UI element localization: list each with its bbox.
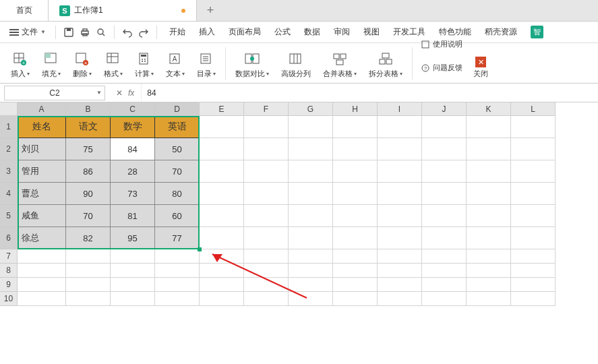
cell-K4[interactable] [467,183,511,205]
menu-数据[interactable]: 数据 [297,22,327,42]
ribbon-close[interactable]: ✕关闭 [468,55,494,80]
cell-A6[interactable]: 徐总 [18,227,66,249]
cell-B7[interactable] [66,249,111,264]
cell-F3[interactable] [244,160,289,183]
row-header-5[interactable]: 5 [0,205,18,227]
cell-D10[interactable] [155,292,200,306]
cell-K8[interactable] [467,264,511,278]
column-header-K[interactable]: K [467,102,511,116]
cell-L3[interactable] [511,160,556,183]
cell-A1[interactable]: 姓名 [18,116,66,138]
select-all-corner[interactable] [0,102,18,116]
cell-C1[interactable]: 数学 [111,116,155,138]
cell-A3[interactable]: 管用 [18,160,66,183]
ribbon-help[interactable]: 使用说明 [421,33,462,55]
cell-C5[interactable]: 81 [111,205,155,227]
cell-E3[interactable] [200,160,244,183]
cell-C4[interactable]: 73 [111,183,155,205]
cell-C7[interactable] [111,249,155,264]
cell-K10[interactable] [467,292,511,306]
cell-J2[interactable] [422,138,467,160]
name-box[interactable]: C2▼ [4,86,105,100]
cell-D4[interactable]: 80 [155,183,200,205]
cell-H6[interactable] [333,227,378,249]
ribbon-unmerge[interactable]: 拆分表格▾ [363,50,408,80]
tab-home[interactable]: 首页 [0,0,49,21]
menu-视图[interactable]: 视图 [357,22,386,42]
ribbon-format[interactable]: 格式▾ [98,50,128,80]
cell-C10[interactable] [111,292,155,306]
cell-F9[interactable] [244,278,289,292]
cell-G6[interactable] [289,227,333,249]
cell-A7[interactable] [18,249,66,264]
cell-D6[interactable]: 77 [155,227,200,249]
cell-A10[interactable] [18,292,66,306]
cell-I2[interactable] [378,138,422,160]
cell-H7[interactable] [333,249,378,264]
column-header-H[interactable]: H [333,102,378,116]
print-button[interactable] [78,25,92,40]
cell-area[interactable]: 姓名语文数学英语刘贝758450管用862870曹总907380咸鱼708160… [18,116,598,364]
menu-开始[interactable]: 开始 [162,22,192,42]
cell-K1[interactable] [467,116,511,138]
redo-button[interactable] [136,25,151,40]
cell-H2[interactable] [333,138,378,160]
cell-D5[interactable]: 60 [155,205,200,227]
cell-I6[interactable] [378,227,422,249]
cell-F2[interactable] [244,138,289,160]
cell-L8[interactable] [511,264,556,278]
cell-J7[interactable] [422,249,467,264]
cell-L5[interactable] [511,205,556,227]
row-header-6[interactable]: 6 [0,227,18,249]
cell-G2[interactable] [289,138,333,160]
cell-G9[interactable] [289,278,333,292]
column-header-A[interactable]: A [18,102,66,116]
cell-B6[interactable]: 82 [66,227,111,249]
cell-E7[interactable] [200,249,244,264]
row-header-10[interactable]: 10 [0,292,18,306]
cell-E5[interactable] [200,205,244,227]
cell-F6[interactable] [244,227,289,249]
cell-E1[interactable] [200,116,244,138]
cell-F5[interactable] [244,205,289,227]
cell-I1[interactable] [378,116,422,138]
ribbon-toc[interactable]: 目录▾ [191,50,221,80]
column-header-D[interactable]: D [155,102,200,116]
cell-D7[interactable] [155,249,200,264]
row-header-1[interactable]: 1 [0,116,18,138]
cell-I4[interactable] [378,183,422,205]
cell-B3[interactable]: 86 [66,160,111,183]
cell-B1[interactable]: 语文 [66,116,111,138]
cell-I5[interactable] [378,205,422,227]
cell-I10[interactable] [378,292,422,306]
undo-button[interactable] [120,25,135,40]
cell-J5[interactable] [422,205,467,227]
cell-K7[interactable] [467,249,511,264]
cell-H8[interactable] [333,264,378,278]
file-menu-button[interactable]: 文件 ▼ [5,26,50,38]
column-header-B[interactable]: B [66,102,111,116]
column-header-F[interactable]: F [244,102,289,116]
cell-B2[interactable]: 75 [66,138,111,160]
cell-J4[interactable] [422,183,467,205]
ribbon-fill[interactable]: 填充▾ [36,50,66,80]
cell-J8[interactable] [422,264,467,278]
cell-L9[interactable] [511,278,556,292]
menu-稻壳资源[interactable]: 稻壳资源 [478,22,524,42]
cell-C3[interactable]: 28 [111,160,155,183]
cell-H9[interactable] [333,278,378,292]
cell-F10[interactable] [244,292,289,306]
cell-D8[interactable] [155,264,200,278]
cell-A9[interactable] [18,278,66,292]
cell-B8[interactable] [66,264,111,278]
preview-button[interactable] [94,25,109,40]
cell-J1[interactable] [422,116,467,138]
cell-D2[interactable]: 50 [155,138,200,160]
cell-G7[interactable] [289,249,333,264]
cell-K9[interactable] [467,278,511,292]
tab-add[interactable]: + [197,0,224,21]
cell-A5[interactable]: 咸鱼 [18,205,66,227]
cell-C8[interactable] [111,264,155,278]
cell-G3[interactable] [289,160,333,183]
cell-A2[interactable]: 刘贝 [18,138,66,160]
